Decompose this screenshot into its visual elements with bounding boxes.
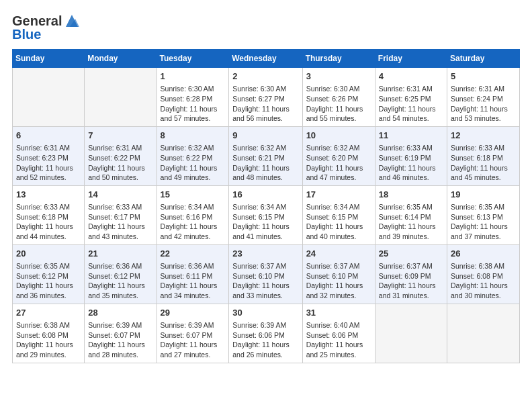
calendar-cell: 13Sunrise: 6:33 AMSunset: 6:18 PMDayligh… [13, 185, 85, 244]
day-info: Sunrise: 6:30 AMSunset: 6:26 PMDaylight:… [306, 84, 371, 124]
day-info: Sunrise: 6:32 AMSunset: 6:22 PMDaylight:… [161, 143, 226, 183]
day-number: 2 [232, 71, 298, 83]
calendar-cell: 14Sunrise: 6:33 AMSunset: 6:17 PMDayligh… [85, 185, 157, 244]
day-number: 19 [451, 189, 516, 201]
day-number: 5 [451, 71, 516, 83]
day-info: Sunrise: 6:34 AMSunset: 6:15 PMDaylight:… [306, 202, 371, 242]
day-number: 15 [161, 189, 226, 201]
calendar-cell: 15Sunrise: 6:34 AMSunset: 6:16 PMDayligh… [157, 185, 229, 244]
calendar-cell: 17Sunrise: 6:34 AMSunset: 6:15 PMDayligh… [302, 185, 375, 244]
calendar-week-1: 1Sunrise: 6:30 AMSunset: 6:28 PMDaylight… [13, 68, 520, 127]
day-info: Sunrise: 6:38 AMSunset: 6:08 PMDaylight:… [16, 320, 81, 360]
day-info: Sunrise: 6:37 AMSunset: 6:10 PMDaylight:… [232, 261, 298, 301]
calendar-cell: 2Sunrise: 6:30 AMSunset: 6:27 PMDaylight… [229, 68, 302, 127]
weekday-header-row: SundayMondayTuesdayWednesdayThursdayFrid… [13, 50, 520, 68]
day-info: Sunrise: 6:38 AMSunset: 6:08 PMDaylight:… [451, 261, 516, 301]
day-info: Sunrise: 6:34 AMSunset: 6:16 PMDaylight:… [161, 202, 226, 242]
day-number: 21 [88, 248, 152, 260]
calendar-week-5: 27Sunrise: 6:38 AMSunset: 6:08 PMDayligh… [13, 304, 520, 363]
day-info: Sunrise: 6:35 AMSunset: 6:14 PMDaylight:… [379, 202, 443, 242]
calendar-cell: 19Sunrise: 6:35 AMSunset: 6:13 PMDayligh… [447, 185, 520, 244]
day-number: 24 [306, 248, 371, 260]
day-number: 7 [88, 130, 152, 142]
weekday-monday: Monday [85, 50, 157, 68]
weekday-tuesday: Tuesday [157, 50, 229, 68]
day-number: 31 [306, 307, 371, 319]
weekday-saturday: Saturday [447, 50, 520, 68]
day-info: Sunrise: 6:35 AMSunset: 6:12 PMDaylight:… [16, 261, 81, 301]
day-info: Sunrise: 6:32 AMSunset: 6:20 PMDaylight:… [306, 143, 371, 183]
day-info: Sunrise: 6:40 AMSunset: 6:06 PMDaylight:… [306, 320, 371, 360]
day-info: Sunrise: 6:39 AMSunset: 6:07 PMDaylight:… [161, 320, 226, 360]
calendar-cell: 25Sunrise: 6:37 AMSunset: 6:09 PMDayligh… [375, 244, 447, 304]
day-info: Sunrise: 6:33 AMSunset: 6:19 PMDaylight:… [379, 143, 443, 183]
day-info: Sunrise: 6:37 AMSunset: 6:10 PMDaylight:… [306, 261, 371, 301]
calendar-cell [85, 68, 157, 127]
day-number: 26 [451, 248, 516, 260]
calendar-cell: 30Sunrise: 6:39 AMSunset: 6:06 PMDayligh… [229, 304, 302, 363]
day-number: 27 [16, 307, 81, 319]
day-info: Sunrise: 6:39 AMSunset: 6:07 PMDaylight:… [88, 320, 152, 360]
day-number: 14 [88, 189, 152, 201]
calendar-cell: 6Sunrise: 6:31 AMSunset: 6:23 PMDaylight… [13, 126, 85, 185]
day-number: 18 [379, 189, 443, 201]
day-number: 20 [16, 248, 81, 260]
weekday-sunday: Sunday [13, 50, 85, 68]
calendar-cell: 31Sunrise: 6:40 AMSunset: 6:06 PMDayligh… [302, 304, 375, 363]
calendar-cell: 16Sunrise: 6:34 AMSunset: 6:15 PMDayligh… [229, 185, 302, 244]
day-number: 30 [232, 307, 298, 319]
day-info: Sunrise: 6:37 AMSunset: 6:09 PMDaylight:… [379, 261, 443, 301]
logo: General Blue [12, 12, 81, 42]
calendar-cell: 8Sunrise: 6:32 AMSunset: 6:22 PMDaylight… [157, 126, 229, 185]
day-number: 23 [232, 248, 298, 260]
calendar-cell: 23Sunrise: 6:37 AMSunset: 6:10 PMDayligh… [229, 244, 302, 304]
day-number: 9 [232, 130, 298, 142]
page: General Blue SundayMondayTuesdayWednesda… [0, 0, 532, 411]
day-number: 6 [16, 130, 81, 142]
calendar-cell: 20Sunrise: 6:35 AMSunset: 6:12 PMDayligh… [13, 244, 85, 304]
day-number: 29 [161, 307, 226, 319]
day-info: Sunrise: 6:31 AMSunset: 6:24 PMDaylight:… [451, 84, 516, 124]
calendar-cell: 18Sunrise: 6:35 AMSunset: 6:14 PMDayligh… [375, 185, 447, 244]
calendar-cell [447, 304, 520, 363]
day-number: 13 [16, 189, 81, 201]
day-number: 8 [161, 130, 226, 142]
day-number: 11 [379, 130, 443, 142]
day-number: 4 [379, 71, 443, 83]
calendar-cell: 29Sunrise: 6:39 AMSunset: 6:07 PMDayligh… [157, 304, 229, 363]
calendar-cell: 27Sunrise: 6:38 AMSunset: 6:08 PMDayligh… [13, 304, 85, 363]
day-info: Sunrise: 6:36 AMSunset: 6:11 PMDaylight:… [161, 261, 226, 301]
calendar-cell [375, 304, 447, 363]
day-info: Sunrise: 6:32 AMSunset: 6:21 PMDaylight:… [232, 143, 298, 183]
calendar-cell: 1Sunrise: 6:30 AMSunset: 6:28 PMDaylight… [157, 68, 229, 127]
day-number: 28 [88, 307, 152, 319]
day-info: Sunrise: 6:33 AMSunset: 6:18 PMDaylight:… [16, 202, 81, 242]
calendar-cell: 21Sunrise: 6:36 AMSunset: 6:12 PMDayligh… [85, 244, 157, 304]
day-number: 16 [232, 189, 298, 201]
day-info: Sunrise: 6:39 AMSunset: 6:06 PMDaylight:… [232, 320, 298, 360]
day-info: Sunrise: 6:31 AMSunset: 6:25 PMDaylight:… [379, 84, 443, 124]
day-info: Sunrise: 6:31 AMSunset: 6:23 PMDaylight:… [16, 143, 81, 183]
calendar-cell: 24Sunrise: 6:37 AMSunset: 6:10 PMDayligh… [302, 244, 375, 304]
day-number: 3 [306, 71, 371, 83]
day-number: 17 [306, 189, 371, 201]
day-info: Sunrise: 6:31 AMSunset: 6:22 PMDaylight:… [88, 143, 152, 183]
day-info: Sunrise: 6:33 AMSunset: 6:17 PMDaylight:… [88, 202, 152, 242]
calendar-cell: 26Sunrise: 6:38 AMSunset: 6:08 PMDayligh… [447, 244, 520, 304]
calendar-cell [13, 68, 85, 127]
day-number: 12 [451, 130, 516, 142]
calendar-cell: 12Sunrise: 6:33 AMSunset: 6:18 PMDayligh… [447, 126, 520, 185]
calendar-cell: 7Sunrise: 6:31 AMSunset: 6:22 PMDaylight… [85, 126, 157, 185]
day-info: Sunrise: 6:36 AMSunset: 6:12 PMDaylight:… [88, 261, 152, 301]
calendar-week-3: 13Sunrise: 6:33 AMSunset: 6:18 PMDayligh… [13, 185, 520, 244]
calendar-cell: 5Sunrise: 6:31 AMSunset: 6:24 PMDaylight… [447, 68, 520, 127]
weekday-wednesday: Wednesday [229, 50, 302, 68]
calendar-cell: 10Sunrise: 6:32 AMSunset: 6:20 PMDayligh… [302, 126, 375, 185]
calendar-cell: 4Sunrise: 6:31 AMSunset: 6:25 PMDaylight… [375, 68, 447, 127]
calendar-cell: 22Sunrise: 6:36 AMSunset: 6:11 PMDayligh… [157, 244, 229, 304]
day-number: 22 [161, 248, 226, 260]
day-info: Sunrise: 6:35 AMSunset: 6:13 PMDaylight:… [451, 202, 516, 242]
day-number: 10 [306, 130, 371, 142]
calendar-cell: 28Sunrise: 6:39 AMSunset: 6:07 PMDayligh… [85, 304, 157, 363]
calendar-cell: 11Sunrise: 6:33 AMSunset: 6:19 PMDayligh… [375, 126, 447, 185]
